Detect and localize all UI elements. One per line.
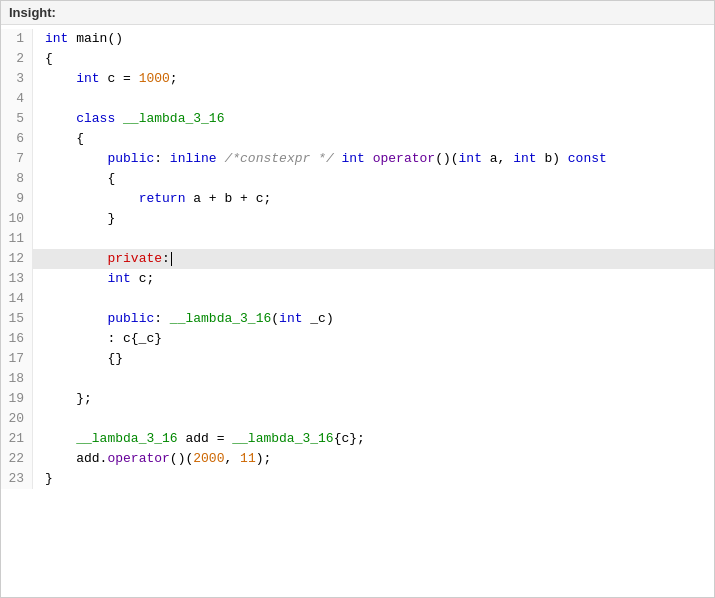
- line-num-1: 1: [1, 29, 33, 49]
- code-line-13: 13 int c;: [1, 269, 714, 289]
- line-content-6: {: [33, 129, 714, 149]
- line-content-5: class __lambda_3_16: [33, 109, 714, 129]
- line-num-11: 11: [1, 229, 33, 249]
- line-num-4: 4: [1, 89, 33, 109]
- line-num-21: 21: [1, 429, 33, 449]
- line-content-14: [33, 289, 714, 309]
- code-line-17: 17 {}: [1, 349, 714, 369]
- code-line-5: 5 class __lambda_3_16: [1, 109, 714, 129]
- line-content-7: public: inline /*constexpr */ int operat…: [33, 149, 714, 169]
- line-num-3: 3: [1, 69, 33, 89]
- code-line-7: 7 public: inline /*constexpr */ int oper…: [1, 149, 714, 169]
- code-line-19: 19 };: [1, 389, 714, 409]
- line-content-11: [33, 229, 714, 249]
- line-num-6: 6: [1, 129, 33, 149]
- code-line-2: 2 {: [1, 49, 714, 69]
- line-content-17: {}: [33, 349, 714, 369]
- line-content-16: : c{_c}: [33, 329, 714, 349]
- line-num-14: 14: [1, 289, 33, 309]
- line-content-9: return a + b + c;: [33, 189, 714, 209]
- code-line-6: 6 {: [1, 129, 714, 149]
- line-num-22: 22: [1, 449, 33, 469]
- line-content-8: {: [33, 169, 714, 189]
- line-num-17: 17: [1, 349, 33, 369]
- line-content-19: };: [33, 389, 714, 409]
- line-num-23: 23: [1, 469, 33, 489]
- code-line-23: 23 }: [1, 469, 714, 489]
- title-bar: Insight:: [1, 1, 714, 25]
- line-content-18: [33, 369, 714, 389]
- line-content-3: int c = 1000;: [33, 69, 714, 89]
- line-content-4: [33, 89, 714, 109]
- line-num-9: 9: [1, 189, 33, 209]
- line-content-23: }: [33, 469, 714, 489]
- code-line-11: 11: [1, 229, 714, 249]
- line-num-16: 16: [1, 329, 33, 349]
- line-num-13: 13: [1, 269, 33, 289]
- code-line-18: 18: [1, 369, 714, 389]
- code-line-1: 1 int main(): [1, 29, 714, 49]
- code-line-15: 15 public: __lambda_3_16(int _c): [1, 309, 714, 329]
- line-content-2: {: [33, 49, 714, 69]
- line-num-2: 2: [1, 49, 33, 69]
- line-num-8: 8: [1, 169, 33, 189]
- line-num-12: 12: [1, 249, 33, 269]
- line-num-7: 7: [1, 149, 33, 169]
- line-content-15: public: __lambda_3_16(int _c): [33, 309, 714, 329]
- line-num-18: 18: [1, 369, 33, 389]
- code-line-22: 22 add.operator()(2000, 11);: [1, 449, 714, 469]
- line-content-13: int c;: [33, 269, 714, 289]
- line-num-19: 19: [1, 389, 33, 409]
- code-line-8: 8 {: [1, 169, 714, 189]
- code-area: 1 int main() 2 { 3 int c = 1000; 4 5 cla…: [1, 25, 714, 493]
- line-content-21: __lambda_3_16 add = __lambda_3_16{c};: [33, 429, 714, 449]
- line-content-20: [33, 409, 714, 429]
- title-text: Insight:: [9, 5, 56, 20]
- code-line-4: 4: [1, 89, 714, 109]
- code-line-21: 21 __lambda_3_16 add = __lambda_3_16{c};: [1, 429, 714, 449]
- code-line-12: 12 private:: [1, 249, 714, 269]
- line-num-5: 5: [1, 109, 33, 129]
- code-line-14: 14: [1, 289, 714, 309]
- insight-window: Insight: 1 int main() 2 { 3 int c = 1000…: [0, 0, 715, 598]
- code-line-3: 3 int c = 1000;: [1, 69, 714, 89]
- line-num-10: 10: [1, 209, 33, 229]
- code-line-20: 20: [1, 409, 714, 429]
- line-content-10: }: [33, 209, 714, 229]
- line-num-20: 20: [1, 409, 33, 429]
- code-line-9: 9 return a + b + c;: [1, 189, 714, 209]
- line-content-22: add.operator()(2000, 11);: [33, 449, 714, 469]
- line-content-1: int main(): [33, 29, 714, 49]
- line-num-15: 15: [1, 309, 33, 329]
- code-line-10: 10 }: [1, 209, 714, 229]
- line-content-12: private:: [33, 249, 714, 269]
- code-line-16: 16 : c{_c}: [1, 329, 714, 349]
